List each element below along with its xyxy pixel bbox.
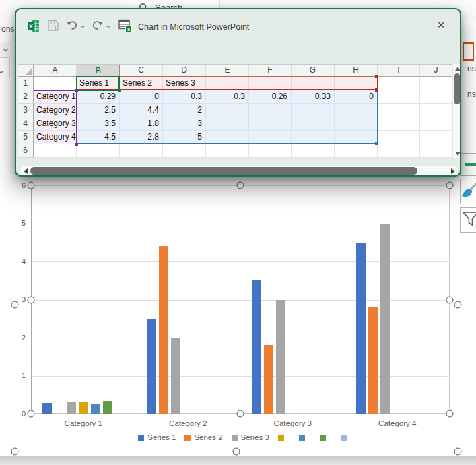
cell-D5[interactable]: 5 xyxy=(163,131,206,144)
cell-E5[interactable] xyxy=(206,131,249,144)
horizontal-scrollbar[interactable] xyxy=(20,165,459,177)
bar-series6-category1[interactable] xyxy=(103,401,112,414)
bar-series3-category3[interactable] xyxy=(276,300,285,414)
active-cell-border[interactable] xyxy=(76,76,120,91)
selection-handle[interactable] xyxy=(28,182,35,189)
bar-series3-category4[interactable] xyxy=(380,224,390,414)
bar-series1-category3[interactable] xyxy=(252,280,261,414)
cell-H2[interactable]: 0 xyxy=(335,90,378,104)
scroll-up-icon[interactable] xyxy=(455,67,461,71)
redo-icon[interactable] xyxy=(92,19,104,31)
row-header-6[interactable]: 6 xyxy=(18,144,34,158)
cell-F1[interactable] xyxy=(249,77,292,90)
column-header-I[interactable]: I xyxy=(378,65,420,77)
legend-item-series-2[interactable]: Series 2 xyxy=(184,433,222,441)
cell-B6[interactable] xyxy=(77,144,120,158)
selection-handle[interactable] xyxy=(446,297,454,304)
cell-E4[interactable] xyxy=(206,117,249,131)
cell-D3[interactable]: 2 xyxy=(163,104,206,117)
bar-series4-category1[interactable] xyxy=(79,402,88,414)
cell-H6[interactable] xyxy=(335,144,378,158)
cell-C5[interactable]: 2.8 xyxy=(120,131,163,144)
cell-D1[interactable]: Series 3 xyxy=(163,77,206,90)
cell-C6[interactable] xyxy=(120,144,163,158)
cell-J6[interactable] xyxy=(420,144,452,158)
bar-series1-category2[interactable] xyxy=(147,319,156,414)
cell-G5[interactable] xyxy=(292,131,335,144)
vertical-scrollbar-thumb[interactable] xyxy=(454,73,460,104)
cell-I1[interactable] xyxy=(378,77,420,90)
row-header-3[interactable]: 3 xyxy=(18,104,34,117)
selection-handle[interactable] xyxy=(28,410,35,418)
cell-I6[interactable] xyxy=(378,144,420,158)
cell-J5[interactable] xyxy=(420,131,452,144)
selection-handle[interactable] xyxy=(446,410,454,418)
cell-I4[interactable] xyxy=(378,117,420,131)
undo-icon[interactable] xyxy=(66,19,78,31)
spreadsheet-grid[interactable]: ABCDEFGHIJ1Series 1Series 2Series 32Cate… xyxy=(18,64,452,158)
cell-E3[interactable] xyxy=(206,104,249,117)
row-header-2[interactable]: 2 xyxy=(18,90,34,104)
cell-C3[interactable]: 4.4 xyxy=(120,104,163,117)
selection-handle[interactable] xyxy=(11,301,19,309)
selection-handle[interactable] xyxy=(454,301,462,309)
selection-handle[interactable] xyxy=(454,448,462,456)
column-header-D[interactable]: D xyxy=(163,65,206,77)
selection-handle[interactable] xyxy=(237,182,244,189)
column-header-J[interactable]: J xyxy=(420,65,452,77)
column-header-A[interactable]: A xyxy=(34,65,77,77)
edit-data-table-icon[interactable]: x xyxy=(118,19,132,32)
chart-filters-button[interactable] xyxy=(460,207,476,232)
cell-J4[interactable] xyxy=(420,117,452,131)
bar-series2-category2[interactable] xyxy=(159,246,168,414)
selection-handle[interactable] xyxy=(446,182,454,189)
selection-handle[interactable] xyxy=(233,448,240,456)
cell-F4[interactable] xyxy=(249,117,292,131)
cell-B4[interactable]: 3.5 xyxy=(77,117,120,131)
row-header-1[interactable]: 1 xyxy=(18,77,34,90)
selection-handle[interactable] xyxy=(11,448,19,456)
horizontal-scrollbar-thumb[interactable] xyxy=(30,167,417,175)
cell-A6[interactable] xyxy=(34,144,77,158)
legend-item-series4[interactable] xyxy=(278,435,287,441)
select-all-corner[interactable] xyxy=(18,65,34,77)
bar-series1-category1[interactable] xyxy=(42,403,52,414)
chart-elements-button[interactable] xyxy=(460,153,476,176)
cell-J3[interactable] xyxy=(420,104,452,117)
cell-C1[interactable]: Series 2 xyxy=(120,77,163,90)
row-header-4[interactable]: 4 xyxy=(18,117,34,131)
bar-series3-category1[interactable] xyxy=(67,402,76,414)
close-button[interactable]: × xyxy=(432,16,450,34)
column-header-G[interactable]: G xyxy=(292,65,335,77)
scroll-down-icon[interactable] xyxy=(455,152,461,156)
redo-chevron-icon[interactable] xyxy=(106,25,111,28)
scroll-right-icon[interactable] xyxy=(451,168,455,174)
cell-C4[interactable]: 1.8 xyxy=(120,117,163,131)
column-header-C[interactable]: C xyxy=(120,65,163,77)
column-header-E[interactable]: E xyxy=(206,65,249,77)
legend-item-series-1[interactable]: Series 1 xyxy=(138,433,176,441)
cell-I5[interactable] xyxy=(378,131,420,144)
cell-I2[interactable] xyxy=(378,90,420,104)
cell-G3[interactable] xyxy=(292,104,335,117)
cell-H5[interactable] xyxy=(335,131,378,144)
column-header-F[interactable]: F xyxy=(249,65,292,77)
cell-G1[interactable] xyxy=(292,77,335,90)
chart-styles-button[interactable] xyxy=(460,179,476,204)
save-icon[interactable] xyxy=(47,20,59,31)
cell-D6[interactable] xyxy=(163,144,206,158)
cell-H1[interactable] xyxy=(335,77,378,90)
cell-C2[interactable]: 0 xyxy=(120,90,163,104)
cell-G2[interactable]: 0.33 xyxy=(292,90,335,104)
cell-J1[interactable] xyxy=(420,77,452,90)
cell-D2[interactable]: 0.3 xyxy=(163,90,206,104)
legend-item-series6[interactable] xyxy=(320,435,329,441)
cell-G4[interactable] xyxy=(292,117,335,131)
legend-item-series-3[interactable]: Series 3 xyxy=(232,433,269,441)
cell-G6[interactable] xyxy=(292,144,335,158)
cell-E2[interactable]: 0.3 xyxy=(206,90,249,104)
cell-F2[interactable]: 0.26 xyxy=(249,90,292,104)
column-header-B[interactable]: B xyxy=(77,65,120,77)
bar-series3-category2[interactable] xyxy=(171,338,180,414)
legend-item-series5[interactable] xyxy=(299,435,308,441)
